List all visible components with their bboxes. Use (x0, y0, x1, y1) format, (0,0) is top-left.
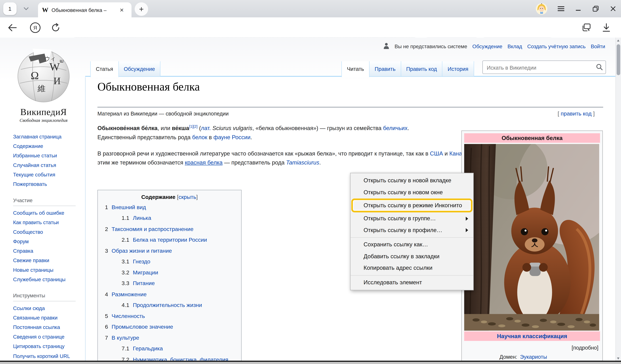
scroll-up-icon[interactable] (617, 40, 619, 42)
sidebar-item-contents[interactable]: Содержание (13, 142, 80, 151)
menu-item-open-new-tab[interactable]: Открыть ссылку в новой вкладке (351, 175, 473, 187)
tab-close-icon[interactable]: ✕ (120, 7, 124, 13)
toc-item[interactable]: 3.3Питание (101, 278, 238, 289)
personal-link-talk[interactable]: Обсуждение (472, 44, 502, 49)
sidebar-item-report-error[interactable]: Сообщить об ошибке (13, 208, 80, 218)
toc-item[interactable]: 7.1Геральдика (101, 343, 238, 354)
tab-history[interactable]: История (443, 61, 474, 76)
menu-item-copy-link-address[interactable]: Копировать адрес ссылки (351, 262, 473, 274)
personal-link-contributions[interactable]: Вклад (507, 44, 522, 49)
toc-header[interactable]: Содержание [скрыть] (101, 194, 238, 200)
screen-edge (0, 362, 621, 364)
sidebar-item-recent-changes[interactable]: Свежие правки (13, 256, 80, 265)
sidebar: Заглавная страница Содержание Избранные … (13, 132, 80, 360)
toc-item[interactable]: 3.2Миграции (101, 267, 238, 278)
download-icon[interactable] (600, 17, 612, 37)
restore-window-icon[interactable] (592, 5, 600, 13)
profile-avatar[interactable] (536, 3, 547, 15)
sidebar-item-featured[interactable]: Избранные статьи (13, 151, 80, 160)
personal-link-create-account[interactable]: Создать учётную запись (527, 44, 586, 49)
back-icon[interactable] (7, 17, 17, 37)
menu-item-save-link-as[interactable]: Сохранить ссылку как… (351, 239, 473, 251)
tab-read[interactable]: Читать (341, 61, 369, 77)
minimize-icon[interactable] (574, 5, 582, 13)
edit-source-link[interactable]: [ править код ] (558, 110, 595, 117)
tab-edit[interactable]: Править (369, 61, 401, 76)
sidebar-rule (13, 301, 76, 301)
toc-item[interactable]: 1.1Линька (101, 213, 238, 223)
sidebar-item-cite-page[interactable]: Цитировать страницу (13, 342, 80, 351)
wikipedia-logo[interactable]: W Ω И 維 ウィ ய ВикипедиЯ Свободная энцикло… (0, 45, 87, 123)
sidebar-item-permanent-link[interactable]: Постоянная ссылка (13, 323, 80, 332)
new-tab-button[interactable]: + (135, 2, 148, 16)
yandex-button-icon[interactable]: Я (29, 17, 42, 37)
domain-value-link[interactable]: Эукариоты (520, 354, 547, 360)
close-window-icon[interactable] (609, 5, 617, 13)
taxobox-row-domain: Домен: Эукариоты (464, 352, 601, 361)
sidebar-item-related-changes[interactable]: Связанные правки (13, 313, 80, 323)
menu-item-bookmark-link[interactable]: Добавить ссылку в закладки (351, 251, 473, 262)
tab-counter-button[interactable]: 1 (3, 2, 17, 15)
menu-item-open-in-group[interactable]: Открыть ссылку в группе… (351, 213, 473, 224)
scroll-down-icon[interactable] (617, 357, 619, 359)
svg-text:維: 維 (37, 84, 46, 93)
toc-item[interactable]: 4.1Продолжительность жизни (101, 300, 238, 310)
personal-link-login[interactable]: Войти (591, 44, 605, 49)
login-status-text: Вы не представились системе (395, 44, 467, 49)
toc-item[interactable]: 3Образ жизни и питание (101, 245, 238, 256)
toc-item[interactable]: 2.1Белка на территории России (101, 234, 238, 245)
toc-item[interactable]: 7В культуре (101, 332, 238, 343)
toc-item[interactable]: 3.1Гнездо (101, 256, 238, 267)
sidebar-item-what-links-here[interactable]: Ссылки сюда (13, 304, 80, 313)
chevron-down-icon[interactable] (21, 5, 31, 13)
sidebar-item-new-pages[interactable]: Новые страницы (13, 265, 80, 275)
menu-hamburger-icon[interactable] (557, 5, 565, 13)
details-link[interactable]: [подробно] (464, 342, 601, 352)
tab-edit-source[interactable]: Править код (401, 61, 443, 76)
toc-item[interactable]: 5Численность (101, 311, 238, 321)
collections-icon[interactable] (581, 17, 593, 37)
tab-article[interactable]: Статья (90, 61, 119, 77)
toc-item[interactable]: 6Промысловое значение (101, 321, 238, 332)
sidebar-item-short-url[interactable]: Получить короткий URL (13, 352, 76, 360)
taxobox-title: Обыкновенная белка (464, 133, 600, 143)
sidebar-item-forum[interactable]: Форум (13, 237, 80, 246)
menu-separator (351, 275, 473, 275)
browser-window: 1 W Обыкновенная белка – ✕ + (0, 0, 621, 364)
sidebar-item-current-events[interactable]: Текущие события (13, 170, 80, 179)
squirrel-photo[interactable] (464, 144, 599, 331)
menu-item-open-new-window[interactable]: Открыть ссылку в новом окне (351, 187, 473, 198)
toc-item[interactable]: 4Размножение (101, 289, 238, 300)
menu-item-open-incognito[interactable]: Открыть ссылку в режиме Инкогнито (353, 200, 471, 211)
search-input[interactable] (486, 62, 590, 73)
sidebar-item-how-to-edit[interactable]: Как править статьи (13, 218, 80, 227)
sidebar-item-random[interactable]: Случайная статья (13, 161, 80, 170)
page-scrollbar[interactable] (615, 37, 621, 361)
toc-item[interactable]: 2Таксономия и распространение (101, 223, 238, 234)
sidebar-item-special-pages[interactable]: Служебные страницы (13, 275, 80, 284)
browser-tab[interactable]: W Обыкновенная белка – ✕ (38, 2, 132, 17)
sidebar-item-help[interactable]: Справка (13, 246, 80, 256)
search-icon[interactable] (596, 64, 603, 72)
tab-title: Обыкновенная белка – (52, 7, 118, 13)
page-viewport: W Ω И 維 ウィ ய ВикипедиЯ Свободная энцикло… (0, 37, 621, 361)
sidebar-item-page-info[interactable]: Сведения о странице (13, 332, 80, 342)
toc-item[interactable]: 1Внешний вид (101, 202, 238, 213)
svg-text:W: W (50, 61, 60, 73)
toc-item[interactable]: 7.2Нумизматика, бонистика, филателия (101, 354, 238, 361)
sidebar-item-mainpage[interactable]: Заглавная страница (13, 132, 80, 142)
reload-icon[interactable] (50, 17, 62, 37)
sidebar-item-donate[interactable]: Пожертвовать (13, 179, 80, 189)
tab-discussion[interactable]: Обсуждение (119, 61, 160, 76)
svg-text:ய: ய (59, 57, 63, 64)
wikipedia-tagline: Свободная энциклопедия (0, 118, 87, 123)
incognito-highlight-ring: Открыть ссылку в режиме Инкогнито (351, 199, 473, 212)
sidebar-item-community[interactable]: Сообщество (13, 227, 80, 237)
menu-item-inspect[interactable]: Исследовать элемент (351, 277, 473, 288)
classification-header[interactable]: Научная классификация (464, 332, 600, 341)
submenu-arrow-icon (466, 228, 468, 232)
menu-item-open-in-profile[interactable]: Открыть ссылку в профиле… (351, 224, 473, 236)
namespace-tabs: Статья Обсуждение (90, 61, 160, 76)
scrollbar-thumb[interactable] (617, 44, 620, 75)
wiki-search-box[interactable] (482, 61, 606, 74)
